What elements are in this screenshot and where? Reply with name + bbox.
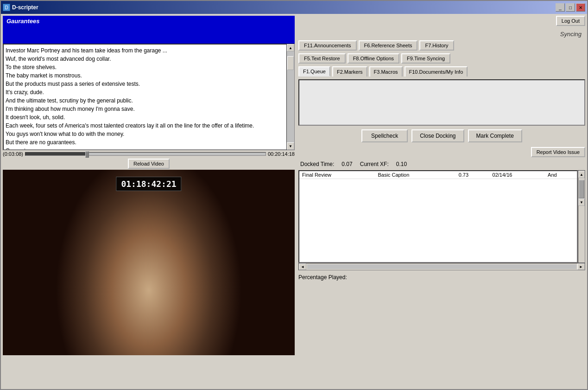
video-area: 01:18:42:21: [3, 170, 295, 355]
current-xf-value: 0.10: [396, 161, 407, 167]
queue-scrollbar: ▲ ▼: [578, 170, 585, 263]
queue-scroll-thumb[interactable]: [579, 180, 584, 198]
toolbar-row-3: F1.Queue F2.Markers F3.Macros F10.Docume…: [298, 66, 585, 77]
time-start: (0:03:08): [3, 151, 23, 157]
queue-scroll-up[interactable]: ▲: [578, 171, 585, 178]
reload-video-button[interactable]: Reload Video: [128, 159, 170, 169]
f5-text-restore-button[interactable]: F5.Text Restore: [298, 53, 346, 64]
transcript-line: And the ultimate test, scrutiny by the g…: [6, 96, 285, 105]
video-timecode: 01:18:42:21: [116, 177, 181, 191]
transcript-line: You guys won't know what to do with the …: [6, 130, 285, 138]
f11-announcements-button[interactable]: F11.Announcements: [298, 40, 357, 51]
scroll-thumb[interactable]: [287, 56, 294, 70]
queue-table: Final Review Basic Caption 0.73 02/14/16…: [298, 170, 578, 263]
title-bar-buttons: _ □ ✕: [556, 3, 585, 12]
transcript-line: I'm thinking about how much money I'm go…: [6, 105, 285, 113]
report-video-issue-button[interactable]: Report Video Issue: [531, 147, 585, 157]
table-cell-caption: Basic Caption: [375, 171, 455, 179]
transcript-line: Wuf, the world's most advanced dog colla…: [6, 55, 285, 63]
scroll-down-button[interactable]: ▼: [287, 142, 294, 150]
right-panel: Log Out Syncing F11.Announcements F6.Ref…: [298, 16, 585, 282]
report-btn-row: Report Video Issue: [298, 146, 585, 158]
docked-info: Docked Time: 0.07 Current XF: 0.10: [298, 160, 585, 168]
video-background: [3, 170, 295, 355]
docked-time-value: 0.07: [341, 161, 352, 167]
title-bar-left: D D-scripter: [3, 4, 38, 11]
syncing-label: Syncing: [558, 30, 583, 38]
window-title: D-scripter: [12, 4, 38, 11]
f3-macros-tab[interactable]: F3.Macros: [369, 66, 403, 77]
time-end: 00:20:14:18: [268, 151, 295, 157]
top-row: Gaurantees Investor Marc Portney and his…: [3, 16, 585, 355]
toolbar-row-1: F11.Announcements F6.Reference Sheets F7…: [298, 40, 585, 51]
scroll-track[interactable]: [287, 51, 294, 142]
scroll-up-button[interactable]: ▲: [287, 44, 294, 51]
log-out-button[interactable]: Log Out: [556, 16, 585, 26]
video-frame: 01:18:42:21: [3, 170, 295, 355]
transcript-line: But there are no guarantees.: [6, 138, 285, 147]
transcript-scrollbar: ▲ ▼: [286, 44, 295, 150]
timeline-bar[interactable]: [25, 152, 266, 156]
queue-scroll-down[interactable]: ▼: [578, 198, 585, 206]
f7-history-button[interactable]: F7.History: [419, 40, 454, 51]
table-cell-user: And: [545, 171, 577, 179]
timeline-row: (0:03:08) 00:20:14:18: [3, 151, 295, 157]
mark-complete-button[interactable]: Mark Complete: [468, 129, 522, 142]
transcript-line: Each week, four sets of America's most t…: [6, 121, 285, 130]
percentage-played-label: Percentage Played:: [298, 272, 585, 282]
action-buttons-row: Spellcheck Close Docking Mark Complete: [298, 128, 585, 144]
app-icon: D: [3, 4, 10, 11]
project-name: Gaurantees: [6, 18, 40, 25]
transcript-area: Investor Marc Portney and his team take …: [3, 44, 286, 150]
log-out-area: Log Out: [298, 16, 585, 26]
timeline-progress: [25, 153, 85, 155]
transcript-line: Investor Marc Portney and his team take …: [6, 46, 285, 55]
table-cell-date: 02/14/16: [490, 171, 545, 179]
table-row: Final Review Basic Caption 0.73 02/14/16…: [299, 171, 577, 179]
transcript-line: But the products must pass a series of e…: [6, 80, 285, 88]
docked-time-label: Docked Time:: [300, 161, 334, 167]
window-content: Gaurantees Investor Marc Portney and his…: [1, 14, 587, 389]
queue-h-scrollbar: ◄ ►: [298, 263, 585, 270]
main-window: D D-scripter _ □ ✕ Gaurantees Inv: [0, 0, 588, 390]
left-panel: Gaurantees Investor Marc Portney and his…: [3, 16, 295, 355]
transcript-line: Gaurantees. gaur: [6, 147, 285, 150]
close-button[interactable]: ✕: [576, 3, 585, 12]
queue-table-inner: Final Review Basic Caption 0.73 02/14/16…: [299, 171, 577, 179]
table-cell-xf: 0.73: [456, 171, 490, 179]
timeline-thumb[interactable]: [85, 151, 89, 158]
syncing-area: Syncing: [298, 30, 585, 38]
current-xf-label: Current XF:: [360, 161, 389, 167]
f2-markers-tab[interactable]: F2.Markers: [332, 66, 367, 77]
project-header: Gaurantees: [3, 16, 295, 44]
f10-documents-tab[interactable]: F10.Documents/My Info: [405, 66, 468, 77]
spellcheck-button[interactable]: Spellcheck: [361, 129, 408, 142]
transcript-line: The baby market is monstrous.: [6, 71, 285, 80]
h-scroll-left-button[interactable]: ◄: [299, 263, 306, 270]
close-docking-button[interactable]: Close Docking: [411, 129, 464, 142]
transcript-line: To the store shelves.: [6, 63, 285, 71]
minimize-button[interactable]: _: [556, 3, 565, 12]
f9-time-syncing-button[interactable]: F9.Time Syncing: [401, 53, 450, 64]
maximize-button[interactable]: □: [566, 3, 575, 12]
transcript-lines: Investor Marc Portney and his team take …: [6, 46, 285, 150]
title-bar: D D-scripter _ □ ✕: [1, 1, 587, 14]
f1-queue-tab[interactable]: F1.Queue: [298, 66, 330, 77]
transcript-line: It doesn't look, uh, solid.: [6, 113, 285, 121]
toolbar-row-2: F5.Text Restore F8.Offline Options F9.Ti…: [298, 53, 585, 64]
h-scroll-right-button[interactable]: ►: [577, 263, 585, 270]
transcript-line: It's crazy, dude.: [6, 88, 285, 96]
transcript-wrap: Investor Marc Portney and his team take …: [3, 44, 295, 150]
reload-btn-container: Reload Video: [3, 159, 295, 169]
queue-section: Final Review Basic Caption 0.73 02/14/16…: [298, 170, 585, 270]
h-scroll-track[interactable]: [307, 264, 576, 269]
f8-offline-options-button[interactable]: F8.Offline Options: [348, 53, 399, 64]
table-cell-review: Final Review: [299, 171, 375, 179]
queue-table-container: Final Review Basic Caption 0.73 02/14/16…: [298, 170, 585, 263]
f6-reference-sheets-button[interactable]: F6.Reference Sheets: [359, 40, 418, 51]
work-area: [298, 79, 585, 126]
